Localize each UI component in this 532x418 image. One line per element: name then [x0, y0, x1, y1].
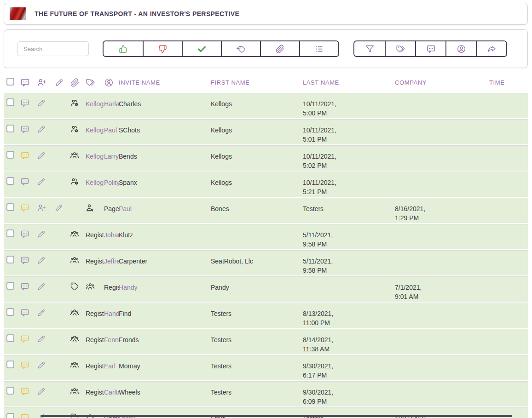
- column-header-invite-name[interactable]: INVITE NAME: [119, 74, 211, 86]
- invite-name-cell[interactable]: Kellogs: [86, 93, 104, 109]
- row-checkbox[interactable]: [6, 387, 14, 395]
- invite-name-cell[interactable]: Registration: [86, 251, 104, 266]
- row-checkbox[interactable]: [6, 308, 14, 316]
- pencil-icon[interactable]: [37, 355, 54, 372]
- invite-name-cell[interactable]: Registration: [86, 329, 104, 344]
- pencil-icon[interactable]: [37, 251, 54, 267]
- time-cell: 8/13/2021,11:00 PM: [303, 303, 395, 327]
- share-button[interactable]: [476, 41, 506, 56]
- group-type-icon: [86, 277, 104, 293]
- invite-name-cell[interactable]: Registration: [104, 277, 119, 292]
- invite-name-cell[interactable]: Page loading 2: [104, 198, 119, 213]
- group-type-icon: [70, 93, 86, 109]
- tags-icon[interactable]: [86, 74, 104, 89]
- list-button[interactable]: [299, 41, 338, 56]
- row-checkbox[interactable]: [6, 98, 14, 106]
- column-header-company[interactable]: COMPANY: [395, 74, 489, 86]
- paperclip-button[interactable]: [260, 41, 299, 56]
- select-all-checkbox[interactable]: [6, 78, 14, 86]
- user-circle-icon[interactable]: [104, 74, 119, 89]
- column-header-last-name[interactable]: LAST NAME: [303, 74, 395, 86]
- first-name-cell[interactable]: Larry: [104, 146, 119, 161]
- user-circle-button[interactable]: [445, 41, 476, 56]
- row-checkbox[interactable]: [6, 229, 14, 237]
- first-name-cell[interactable]: Harlan: [104, 93, 119, 109]
- comment-icon[interactable]: [20, 172, 37, 188]
- column-header-first-name[interactable]: FIRST NAME: [211, 74, 303, 86]
- invite-name-cell[interactable]: Registration: [86, 382, 104, 397]
- first-name-cell[interactable]: Paul: [104, 120, 119, 135]
- pencil-icon[interactable]: [54, 74, 70, 89]
- search-input[interactable]: [17, 41, 89, 56]
- pencil-icon[interactable]: [37, 303, 54, 319]
- paperclip-icon[interactable]: [70, 74, 86, 89]
- pencil-icon[interactable]: [37, 172, 54, 188]
- comment-icon[interactable]: [20, 146, 37, 162]
- comment-icon[interactable]: [20, 224, 37, 240]
- first-name-cell[interactable]: Paul: [119, 198, 211, 213]
- first-name-cell[interactable]: Fennelz: [104, 329, 119, 344]
- person-add-icon[interactable]: [37, 198, 54, 214]
- comment-icon[interactable]: [20, 303, 37, 319]
- pencil-icon[interactable]: [37, 224, 54, 240]
- tags-button[interactable]: [385, 41, 415, 56]
- first-name-cell[interactable]: Polity: [104, 172, 119, 187]
- first-name-cell[interactable]: Jeffrey: [104, 251, 119, 266]
- row-checkbox[interactable]: [6, 282, 14, 290]
- tag-add-button[interactable]: [221, 41, 260, 56]
- comment-icon[interactable]: [20, 382, 37, 398]
- table-row: Page loading 2 Paul Bones Testers 8/16/2…: [4, 198, 528, 223]
- check-button[interactable]: [182, 41, 221, 56]
- table-row: Registration Johannes Klutz 5/11/2021,9:…: [4, 224, 528, 249]
- comment-icon[interactable]: [20, 408, 37, 418]
- comment-button[interactable]: [415, 41, 445, 56]
- pencil-icon[interactable]: [37, 329, 54, 345]
- invite-name-cell[interactable]: Kellogs: [86, 120, 104, 135]
- comment-icon[interactable]: [20, 355, 37, 372]
- row-checkbox[interactable]: [6, 125, 14, 132]
- invite-name-cell[interactable]: Kellogs: [86, 172, 104, 187]
- filter-button[interactable]: [354, 41, 385, 56]
- pencil-icon[interactable]: [37, 382, 54, 398]
- row-checkbox[interactable]: [6, 361, 14, 368]
- group-type-icon: [86, 198, 104, 214]
- column-header-time[interactable]: TIME: [489, 74, 528, 86]
- action-button-group: [103, 40, 339, 57]
- filter-icon: [365, 44, 375, 54]
- thumbs-down-button[interactable]: [143, 41, 182, 56]
- last-name-cell: Bends: [119, 146, 211, 161]
- first-name-cell[interactable]: Johannes: [104, 224, 119, 240]
- row-checkbox[interactable]: [6, 177, 14, 185]
- invite-name-cell[interactable]: Registration: [86, 224, 104, 240]
- comment-icon[interactable]: [20, 93, 37, 109]
- pencil-icon[interactable]: [37, 146, 54, 162]
- row-checkbox[interactable]: [6, 256, 14, 263]
- tag-icon[interactable]: [70, 277, 86, 293]
- comment-icon[interactable]: [20, 198, 37, 214]
- pencil-icon[interactable]: [37, 277, 54, 293]
- comment-icon[interactable]: [20, 277, 37, 293]
- first-name-cell[interactable]: Handy: [104, 303, 119, 318]
- invite-name-cell[interactable]: Registration: [86, 355, 104, 371]
- first-name-cell[interactable]: Earl: [104, 355, 119, 371]
- first-name-cell[interactable]: Handy: [119, 277, 211, 292]
- pencil-icon[interactable]: [37, 120, 54, 136]
- row-checkbox[interactable]: [6, 413, 14, 418]
- comment-icon[interactable]: [20, 329, 37, 345]
- comment-icon[interactable]: [20, 120, 37, 136]
- thumbs-up-button[interactable]: [104, 41, 143, 56]
- comment-icon[interactable]: [20, 251, 37, 267]
- comment-icon[interactable]: [20, 74, 37, 89]
- row-checkbox[interactable]: [6, 334, 14, 342]
- person-add-icon[interactable]: [37, 74, 54, 89]
- table-row: Registration Jeffrey Carpenter SeatRobot…: [4, 250, 528, 275]
- pencil-icon[interactable]: [54, 198, 70, 214]
- invite-name-cell[interactable]: Kellogs: [86, 146, 104, 161]
- horizontal-scrollbar-thumb[interactable]: [40, 415, 512, 417]
- row-checkbox[interactable]: [6, 203, 14, 211]
- invite-name-cell[interactable]: Registration: [86, 303, 104, 318]
- row-checkbox[interactable]: [6, 151, 14, 159]
- pencil-icon[interactable]: [37, 93, 54, 109]
- first-name-cell[interactable]: Carlton: [104, 382, 119, 397]
- time-cell: 9/30/2021,6:17 PM: [303, 355, 395, 380]
